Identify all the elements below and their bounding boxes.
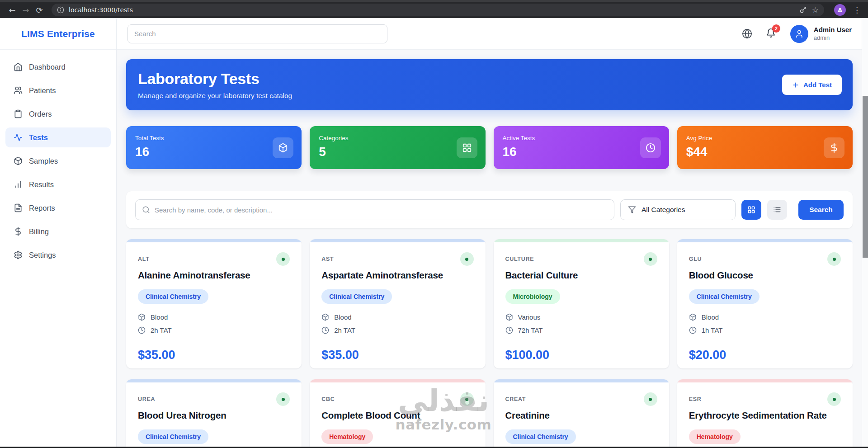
site-info-icon[interactable] (57, 6, 64, 14)
browser-refresh-button[interactable]: ⟳ (33, 3, 46, 17)
notifications-button[interactable]: 2 (766, 28, 776, 40)
test-code: AST (321, 256, 334, 262)
test-price: $35.00 (138, 348, 290, 362)
test-search-input[interactable] (155, 206, 608, 214)
specimen-type: Blood (151, 313, 168, 321)
password-key-icon[interactable] (799, 6, 807, 14)
sidebar-item-patients[interactable]: Patients (5, 80, 111, 100)
browser-chrome: ← → ⟳ localhost:3000/tests ☆ A ⋮ (0, 0, 868, 18)
stat-card-active-tests: Active Tests 16 (494, 126, 669, 169)
globe-icon[interactable] (742, 28, 752, 39)
browser-forward-button[interactable]: → (19, 3, 33, 17)
search-button[interactable]: Search (798, 200, 844, 220)
active-status-dot (460, 252, 474, 266)
category-badge: Clinical Chemistry (138, 429, 208, 444)
stat-label: Active Tests (503, 135, 660, 141)
browser-menu-icon[interactable]: ⋮ (850, 5, 863, 14)
grid-view-icon (747, 206, 755, 214)
active-status-dot (644, 392, 657, 406)
sidebar-item-billing[interactable]: Billing (5, 222, 111, 241)
test-card-grid-row2: UREA Blood Urea Nitrogen Clinical Chemis… (126, 379, 853, 448)
stat-card-avg-price: Avg Price $44 (677, 126, 853, 169)
list-view-button[interactable] (767, 200, 787, 220)
active-status-dot (276, 392, 290, 406)
scrollbar-thumb[interactable] (863, 96, 868, 258)
sidebar-item-samples[interactable]: Samples (5, 151, 111, 171)
test-card-glu[interactable]: GLU Blood Glucose Clinical Chemistry Blo… (677, 239, 853, 368)
test-code: ESR (689, 396, 702, 402)
test-card-ast[interactable]: AST Aspartate Aminotransferase Clinical … (310, 239, 485, 368)
tat-row: 72h TAT (505, 326, 657, 334)
test-card-alt[interactable]: ALT Alanine Aminotransferase Clinical Ch… (126, 239, 302, 368)
category-badge: Clinical Chemistry (138, 289, 208, 304)
test-code: GLU (689, 256, 702, 262)
stat-label: Avg Price (686, 135, 844, 141)
sidebar-nav: Dashboard Patients Orders Tests Samples (0, 50, 116, 276)
card-accent-strip (494, 379, 669, 382)
sidebar-item-results[interactable]: Results (5, 174, 111, 194)
test-name: Erythrocyte Sedimentation Rate (689, 410, 841, 421)
specimen-package-icon (321, 313, 329, 321)
browser-profile-avatar[interactable]: A (834, 4, 846, 16)
stat-label: Categories (319, 135, 476, 141)
grid-view-button[interactable] (741, 200, 761, 220)
sidebar-item-label: Patients (29, 86, 56, 95)
bookmark-star-icon[interactable]: ☆ (812, 5, 819, 14)
add-test-button[interactable]: Add Test (782, 75, 842, 95)
test-card-culture[interactable]: CULTURE Bacterial Culture Microbiology V… (494, 239, 669, 368)
card-divider (138, 342, 290, 342)
test-card-creat[interactable]: CREAT Creatinine Clinical Chemistry (494, 379, 669, 448)
category-filter-select[interactable]: All Categories (620, 199, 736, 220)
sidebar-item-orders[interactable]: Orders (5, 104, 111, 124)
browser-back-button[interactable]: ← (5, 3, 19, 17)
tat-row: 2h TAT (321, 326, 473, 334)
test-name: Complete Blood Count (321, 410, 473, 421)
specimen-row: Blood (138, 313, 290, 321)
sidebar-item-settings[interactable]: Settings (5, 245, 111, 265)
sidebar-item-label: Dashboard (29, 63, 66, 71)
card-divider (689, 342, 841, 342)
stat-card-categories: Categories 5 (310, 126, 485, 169)
test-name: Blood Glucose (689, 270, 841, 281)
card-divider (505, 342, 657, 342)
specimen-row: Blood (321, 313, 473, 321)
global-search-input[interactable] (127, 24, 387, 43)
test-card-urea[interactable]: UREA Blood Urea Nitrogen Clinical Chemis… (126, 379, 302, 448)
clock-icon (640, 137, 661, 158)
user-name: Admin User (814, 26, 852, 34)
card-accent-strip (126, 379, 302, 382)
turnaround-time: 2h TAT (334, 326, 355, 334)
page-subtitle: Manage and organize your laboratory test… (138, 92, 292, 100)
sidebar-item-tests[interactable]: Tests (5, 127, 111, 147)
funnel-icon (628, 206, 636, 214)
sidebar-item-label: Samples (29, 157, 58, 165)
page: ← → ⟳ localhost:3000/tests ☆ A ⋮ LIMS En… (0, 0, 868, 448)
test-price: $35.00 (321, 348, 473, 362)
address-bar[interactable]: localhost:3000/tests ☆ (52, 4, 824, 16)
user-avatar[interactable] (790, 25, 808, 43)
category-badge: Hematology (689, 429, 741, 444)
card-divider (321, 342, 473, 342)
category-badge: Microbiology (505, 289, 560, 304)
user-icon (795, 29, 804, 38)
active-status-dot (827, 252, 841, 266)
package-icon (273, 137, 293, 158)
user-info: Admin User admin (814, 26, 852, 42)
turnaround-time: 2h TAT (151, 326, 172, 334)
page-title: Laboratory Tests (138, 70, 292, 88)
specimen-type: Various (518, 313, 541, 321)
specimen-type: Blood (702, 313, 719, 321)
bar-chart-icon (14, 180, 23, 189)
category-badge: Hematology (321, 429, 373, 444)
test-card-cbc[interactable]: CBC Complete Blood Count Hematology (310, 379, 485, 448)
test-name: Blood Urea Nitrogen (138, 410, 290, 421)
sidebar-item-dashboard[interactable]: Dashboard (5, 57, 111, 77)
stat-value: $44 (686, 145, 844, 159)
sidebar-item-reports[interactable]: Reports (5, 198, 111, 218)
dollar-icon (824, 137, 844, 158)
card-accent-strip (677, 239, 853, 242)
test-name: Creatinine (505, 410, 657, 421)
test-search-box[interactable] (135, 199, 614, 220)
test-card-esr[interactable]: ESR Erythrocyte Sedimentation Rate Hemat… (677, 379, 853, 448)
test-code: CULTURE (505, 256, 534, 262)
